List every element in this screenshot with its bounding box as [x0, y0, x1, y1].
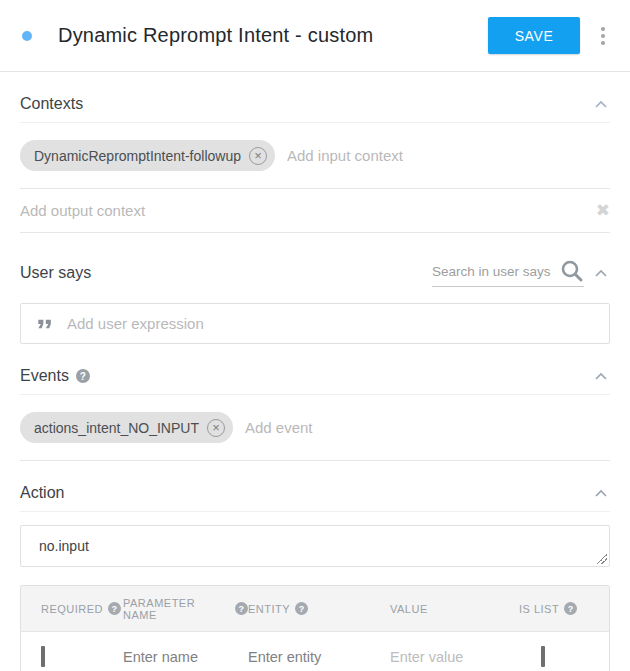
- events-row: actions_intent_NO_INPUT: [20, 395, 610, 461]
- column-entity: ENTITY: [248, 602, 390, 615]
- intent-header: Dynamic Reprompt Intent - custom SAVE: [0, 0, 630, 72]
- parameter-row: [21, 632, 609, 671]
- input-context-chip: DynamicRepromptIntent-followup: [20, 140, 275, 171]
- parameter-name-input[interactable]: [123, 649, 233, 665]
- remove-context-icon[interactable]: [249, 147, 267, 165]
- input-contexts-row: DynamicRepromptIntent-followup: [20, 123, 610, 189]
- page-title: Dynamic Reprompt Intent - custom: [58, 24, 488, 47]
- usersays-section-header: User says: [20, 233, 610, 295]
- add-user-expression-input[interactable]: [67, 315, 595, 332]
- add-output-context-field[interactable]: [20, 202, 596, 219]
- is-list-checkbox[interactable]: [541, 646, 545, 667]
- usersays-heading: User says: [20, 264, 91, 282]
- required-checkbox[interactable]: [41, 646, 45, 667]
- chevron-up-icon[interactable]: [594, 372, 608, 381]
- events-heading: Events: [20, 367, 69, 385]
- double-quote-icon: [35, 314, 55, 334]
- resize-grip-icon[interactable]: [597, 554, 607, 564]
- save-button[interactable]: SAVE: [488, 17, 580, 54]
- user-expression-box: [20, 303, 610, 344]
- column-is-list: IS LIST: [519, 602, 609, 615]
- is-list-help-icon[interactable]: [564, 602, 577, 615]
- entity-input[interactable]: [248, 649, 358, 665]
- add-event-field[interactable]: [245, 419, 610, 436]
- action-field-box: no.input: [20, 525, 610, 567]
- contexts-heading: Contexts: [20, 95, 83, 113]
- contexts-section-header: Contexts: [20, 72, 610, 123]
- clear-output-context-icon[interactable]: [596, 202, 610, 219]
- event-chip: actions_intent_NO_INPUT: [20, 412, 233, 443]
- event-chip-label: actions_intent_NO_INPUT: [34, 420, 199, 436]
- action-heading: Action: [20, 484, 64, 502]
- entity-help-icon[interactable]: [295, 602, 308, 615]
- parameter-name-help-icon[interactable]: [235, 602, 248, 615]
- required-help-icon[interactable]: [108, 602, 121, 615]
- search-icon[interactable]: [560, 259, 584, 283]
- action-name-input[interactable]: no.input: [21, 526, 609, 566]
- intent-form: Contexts DynamicRepromptIntent-followup …: [0, 72, 630, 671]
- chevron-up-icon[interactable]: [594, 100, 608, 109]
- search-user-says-input[interactable]: [432, 264, 554, 279]
- input-context-chip-label: DynamicRepromptIntent-followup: [34, 148, 241, 164]
- output-contexts-row: [20, 189, 610, 233]
- events-section-header: Events: [20, 344, 610, 395]
- more-options-icon[interactable]: [594, 17, 612, 54]
- value-input[interactable]: [390, 649, 500, 665]
- chevron-up-icon[interactable]: [594, 269, 608, 278]
- usersays-search-group: [432, 259, 608, 287]
- usersays-search-field: [432, 259, 584, 287]
- column-required: REQUIRED: [41, 602, 123, 615]
- intent-editor-page: Dynamic Reprompt Intent - custom SAVE Co…: [0, 0, 630, 671]
- events-help-icon[interactable]: [76, 369, 90, 383]
- parameters-table: REQUIRED PARAMETER NAME ENTITY VALUE IS …: [20, 585, 610, 671]
- column-parameter-name: PARAMETER NAME: [123, 597, 248, 621]
- intent-status-dot-icon: [22, 31, 32, 41]
- add-input-context-field[interactable]: [287, 147, 610, 164]
- action-section-header: Action: [20, 461, 610, 512]
- chevron-up-icon[interactable]: [594, 489, 608, 498]
- remove-event-icon[interactable]: [207, 419, 225, 437]
- parameters-table-header: REQUIRED PARAMETER NAME ENTITY VALUE IS …: [21, 586, 609, 632]
- column-value: VALUE: [390, 603, 519, 615]
